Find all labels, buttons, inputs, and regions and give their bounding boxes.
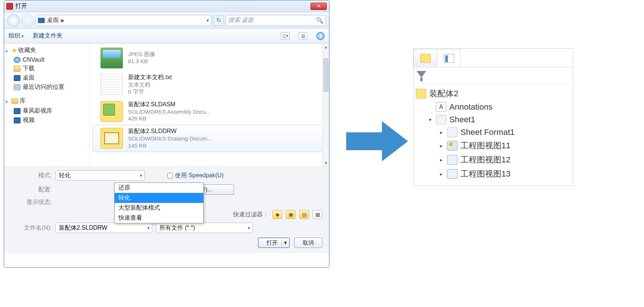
- cancel-button[interactable]: 取消: [294, 237, 322, 248]
- new-folder-button[interactable]: 新建文件夹: [33, 32, 63, 40]
- filter-toplevel-icon[interactable]: ▦: [313, 210, 322, 219]
- mode-option-quick[interactable]: 快速查看: [115, 213, 203, 223]
- config-label: 配置:: [11, 186, 52, 194]
- mode-dropdown-list[interactable]: 还原 轻化 大型装配体模式 快速查看: [114, 182, 204, 223]
- drawing-view-icon: [447, 155, 458, 165]
- mode-option-restore[interactable]: 还原: [115, 183, 203, 193]
- tree-node-view11[interactable]: ▸ 工程图视图11: [416, 139, 571, 153]
- desktop-icon: [14, 75, 20, 81]
- nav-back-button[interactable]: [7, 14, 20, 27]
- drawing-root-icon: [416, 89, 426, 98]
- open-dropdown-icon[interactable]: ▾: [284, 239, 287, 246]
- preview-pane-button[interactable]: ▥: [299, 32, 307, 40]
- open-button[interactable]: 打开 ▾: [258, 237, 290, 248]
- expand-icon[interactable]: ▸: [438, 129, 444, 135]
- expand-icon[interactable]: ▸: [438, 171, 444, 177]
- file-row-txt[interactable]: 新建文本文档.txt 文本文档 0 字节: [93, 71, 326, 98]
- expand-icon[interactable]: ▸: [438, 143, 444, 149]
- sidebar-item-videos[interactable]: 视频: [6, 116, 88, 125]
- expand-icon[interactable]: ▸: [438, 157, 444, 163]
- sidebar-item-cnvault[interactable]: CNVault: [6, 56, 88, 64]
- scroll-down-icon[interactable]: ▼: [323, 159, 329, 166]
- toolbar: 组织 新建文件夹 ◫ ▥ ?: [4, 29, 329, 43]
- filename-label: 文件名(N):: [11, 224, 52, 232]
- sidebar-libraries-header[interactable]: 库: [6, 97, 88, 105]
- sidebar-item-bfvideo[interactable]: 暴风影视库: [6, 106, 88, 116]
- app-icon: [6, 3, 13, 10]
- recent-icon: [14, 84, 20, 90]
- list-tab-icon: [444, 54, 454, 63]
- tree-root[interactable]: 装配体2: [416, 87, 571, 101]
- filetype-combo[interactable]: 所有文件 (*.*): [156, 223, 253, 233]
- dialog-title: 打开: [15, 2, 27, 10]
- drawing-tab-icon: [420, 54, 431, 63]
- nav-forward-button[interactable]: [21, 14, 34, 27]
- video-icon: [14, 117, 20, 123]
- open-file-dialog: 打开 ✕ 桌面 ▶ ▾ ↻ 搜索 桌面 🔍 组织 新建文件夹 ◫ ▥ ?: [4, 0, 329, 268]
- filter-parts-icon[interactable]: ◆: [272, 210, 282, 219]
- library-icon: [12, 98, 18, 104]
- search-placeholder: 搜索 桌面: [228, 16, 254, 24]
- drawing-view-icon: [447, 141, 458, 151]
- chevron-right-icon[interactable]: ▶: [61, 18, 64, 23]
- tree-body: 装配体2 Annotations ▾ Sheet1 ▸ Sheet Format…: [414, 84, 573, 185]
- speedpak-checkbox-input[interactable]: [167, 173, 173, 178]
- sidebar: ★ 收藏夹 CNVault 下载 桌面 最近访问的位置 库 暴风影视库 视频: [4, 43, 90, 166]
- nav-row: 桌面 ▶ ▾ ↻ 搜索 桌面 🔍: [4, 12, 329, 29]
- speedpak-checkbox[interactable]: 使用 Speedpak(U): [167, 172, 224, 180]
- sidebar-favorites-header[interactable]: ★ 收藏夹: [6, 46, 88, 54]
- sidebar-item-downloads[interactable]: 下载: [6, 64, 88, 73]
- desktop-icon: [38, 18, 45, 23]
- sheet-format-icon: [447, 127, 458, 137]
- scroll-up-icon[interactable]: ▲: [323, 43, 329, 50]
- feature-tree-panel: 装配体2 Annotations ▾ Sheet1 ▸ Sheet Format…: [413, 48, 573, 186]
- help-button[interactable]: ?: [316, 32, 325, 40]
- funnel-icon: [417, 71, 426, 80]
- file-row-sldasm[interactable]: 装配体2.SLDASM SOLIDWORKS Assembly Docu... …: [93, 98, 326, 125]
- quick-filter-label: 快速过滤器：: [233, 211, 269, 219]
- filter-assemblies-icon[interactable]: ▣: [286, 210, 296, 219]
- search-input[interactable]: 搜索 桌面 🔍: [226, 15, 326, 26]
- file-list-scrollbar[interactable]: ▲ ▼: [322, 43, 329, 166]
- search-icon: 🔍: [316, 17, 323, 24]
- filename-combo[interactable]: [55, 223, 152, 233]
- tab-feature-manager[interactable]: [414, 49, 437, 67]
- titlebar[interactable]: 打开 ✕: [4, 0, 329, 12]
- image-file-icon: [101, 48, 123, 68]
- tree-node-annotations[interactable]: Annotations: [416, 101, 571, 113]
- tab-property-manager[interactable]: [437, 49, 461, 67]
- close-button[interactable]: ✕: [310, 3, 327, 10]
- sheet-icon: [436, 115, 446, 125]
- mode-combo[interactable]: 轻化: [55, 170, 145, 181]
- dialog-body: ★ 收藏夹 CNVault 下载 桌面 最近访问的位置 库 暴风影视库 视频: [4, 43, 329, 166]
- tree-node-sheet-format1[interactable]: ▸ Sheet Format1: [416, 126, 571, 139]
- file-row-jpeg[interactable]: JPEG 图像 81.3 KB: [93, 45, 326, 71]
- filter-drawings-icon[interactable]: ▤: [299, 210, 309, 219]
- file-list[interactable]: JPEG 图像 81.3 KB 新建文本文档.txt 文本文档 0 字节 装配体…: [90, 43, 329, 166]
- address-bar[interactable]: 桌面 ▶ ▾: [35, 15, 211, 26]
- organize-menu[interactable]: 组织: [9, 32, 24, 40]
- globe-icon: [14, 57, 20, 63]
- text-file-icon: [101, 74, 123, 95]
- tree-node-view12[interactable]: ▸ 工程图视图12: [416, 153, 571, 167]
- mode-option-light[interactable]: 轻化: [115, 193, 203, 203]
- filename-input[interactable]: [59, 224, 144, 231]
- file-row-slddrw[interactable]: 装配体2.SLDDRW SOLIDWORKS Drawing Docum... …: [93, 125, 326, 152]
- mode-option-large[interactable]: 大型装配体模式: [115, 203, 203, 213]
- tree-filter-row[interactable]: [414, 67, 573, 84]
- tree-tabs: [414, 49, 573, 67]
- flow-arrow-icon: [346, 119, 409, 164]
- sidebar-item-recent[interactable]: 最近访问的位置: [6, 83, 88, 92]
- video-icon: [14, 108, 20, 114]
- collapse-icon[interactable]: ▾: [427, 117, 433, 123]
- folder-icon: [14, 66, 20, 72]
- display-state-label: 显示状态:: [11, 198, 52, 206]
- tree-node-sheet1[interactable]: ▾ Sheet1: [416, 113, 571, 126]
- sidebar-item-desktop[interactable]: 桌面: [6, 73, 88, 83]
- view-mode-button[interactable]: ◫: [281, 32, 290, 40]
- breadcrumb[interactable]: 桌面: [47, 16, 59, 24]
- refresh-button[interactable]: ↻: [213, 15, 224, 26]
- tree-node-view13[interactable]: ▸ 工程图视图13: [416, 167, 571, 181]
- scroll-thumb[interactable]: [323, 58, 328, 92]
- address-dropdown-icon[interactable]: ▾: [207, 18, 209, 23]
